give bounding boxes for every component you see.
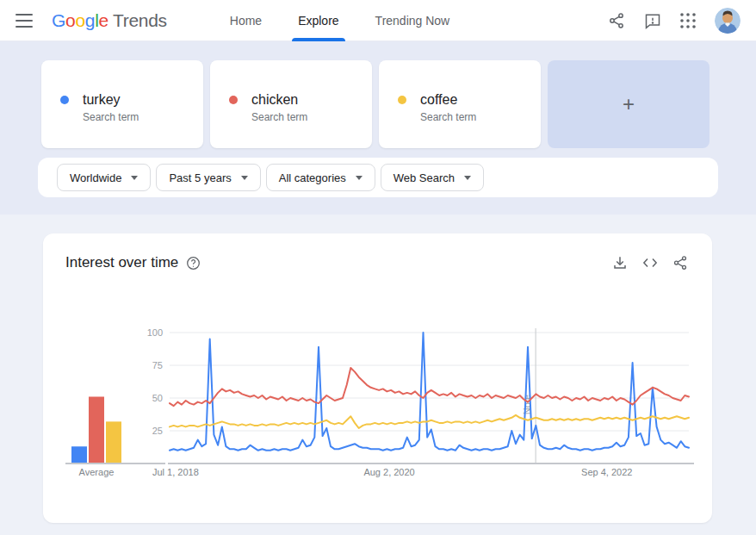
series-dot-coffee [398, 96, 406, 104]
filter-category[interactable]: All categories [266, 164, 375, 191]
series-dot-turkey [60, 96, 69, 104]
top-bar: Google Trends Home Explore Trending Now [0, 0, 756, 41]
interest-chart: Average 100755025NoteJul 1, 2018Aug 2, 2… [43, 233, 712, 523]
svg-text:25: 25 [152, 426, 163, 436]
avatar[interactable] [715, 8, 741, 34]
interest-over-time-card: Interest over time Average 100755025Note… [43, 233, 712, 523]
term-name: coffee [420, 91, 476, 109]
explore-controls: turkey Search term chicken Search term c… [0, 41, 756, 215]
filter-time-range[interactable]: Past 5 years [156, 164, 260, 191]
chevron-down-icon [131, 176, 138, 180]
term-name: chicken [251, 91, 307, 109]
term-card-coffee[interactable]: coffee Search term [379, 60, 541, 148]
term-card-turkey[interactable]: turkey Search term [41, 60, 203, 148]
comparison-terms-row: turkey Search term chicken Search term c… [41, 60, 715, 148]
active-tab-underline [292, 38, 344, 41]
series-dot-chicken [229, 96, 238, 104]
filter-search-type[interactable]: Web Search [381, 164, 484, 191]
svg-text:Sep 4, 2022: Sep 4, 2022 [581, 467, 632, 477]
svg-text:75: 75 [152, 360, 163, 370]
term-name: turkey [83, 91, 139, 109]
nav-home[interactable]: Home [212, 0, 280, 41]
svg-text:50: 50 [152, 393, 163, 403]
svg-text:100: 100 [147, 327, 163, 338]
nav-trending-now[interactable]: Trending Now [357, 0, 468, 41]
logo-google: Google [52, 10, 108, 31]
share-icon[interactable] [608, 12, 625, 29]
nav-explore[interactable]: Explore [280, 0, 356, 41]
menu-icon[interactable] [14, 10, 34, 31]
filter-bar: Worldwide Past 5 years All categories We… [38, 158, 718, 197]
results: Interest over time Average 100755025Note… [0, 215, 756, 535]
logo-trends: Trends [113, 10, 167, 31]
apps-grid-icon[interactable] [680, 13, 696, 28]
interest-line-chart[interactable]: 100755025NoteJul 1, 2018Aug 2, 2020Sep 4… [142, 327, 710, 482]
term-type: Search term [251, 111, 307, 123]
filter-region[interactable]: Worldwide [57, 164, 151, 191]
term-type: Search term [83, 111, 139, 123]
feedback-icon[interactable] [644, 12, 661, 29]
chevron-down-icon [464, 176, 471, 180]
svg-text:Jul 1, 2018: Jul 1, 2018 [152, 467, 199, 477]
chevron-down-icon [356, 176, 363, 180]
chevron-down-icon [241, 176, 248, 180]
svg-text:Average: Average [79, 467, 115, 477]
primary-nav: Home Explore Trending Now [212, 0, 468, 41]
svg-text:Aug 2, 2020: Aug 2, 2020 [363, 467, 414, 477]
term-type: Search term [420, 111, 476, 123]
logo[interactable]: Google Trends [52, 10, 167, 31]
term-card-chicken[interactable]: chicken Search term [210, 60, 372, 148]
add-comparison-button[interactable]: + [548, 60, 710, 148]
